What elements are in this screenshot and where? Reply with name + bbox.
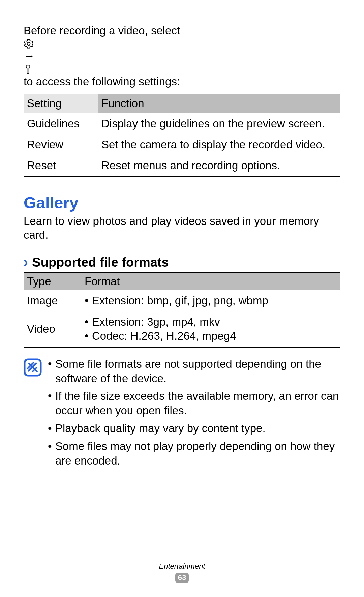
table-row: Image •Extension: bmp, gif, jpg, png, wb…: [24, 290, 340, 311]
page-footer: Entertainment 63: [0, 562, 364, 583]
formats-header-type: Type: [24, 273, 81, 290]
format-detail: •Extension: 3gp, mp4, mkv •Codec: H.263,…: [81, 311, 341, 347]
sub-title: Supported file formats: [32, 255, 169, 270]
section-title-gallery: Gallery: [24, 193, 340, 212]
page-number-badge: 63: [175, 573, 189, 583]
format-type: Image: [24, 290, 81, 311]
intro-text-before: Before recording a video, select: [24, 24, 180, 37]
bullet-icon: •: [48, 439, 55, 468]
setting-name: Reset: [24, 155, 98, 176]
note-text: Some files may not play properly dependi…: [55, 439, 340, 468]
format-line: Extension: 3gp, mp4, mkv: [92, 315, 220, 329]
sub-heading: › Supported file formats: [24, 255, 340, 270]
settings-header-function: Function: [98, 94, 341, 113]
settings-table: Setting Function Guidelines Display the …: [24, 94, 340, 177]
table-row: Review Set the camera to display the rec…: [24, 134, 340, 155]
format-line: Extension: bmp, gif, jpg, png, wbmp: [92, 294, 268, 308]
note-list: •Some file formats are not supported dep…: [48, 357, 340, 472]
intro-arrow: →: [24, 50, 35, 62]
intro-paragraph: Before recording a video, select → to ac…: [24, 24, 340, 90]
setting-name: Review: [24, 134, 98, 155]
list-item: •Some files may not play properly depend…: [48, 439, 340, 468]
note-icon: [24, 358, 42, 377]
setting-function: Display the guidelines on the preview sc…: [98, 113, 341, 134]
formats-header-format: Format: [81, 273, 341, 290]
gear-icon: [24, 39, 340, 49]
list-item: •Some file formats are not supported dep…: [48, 357, 340, 386]
format-line: Codec: H.263, H.264, mpeg4: [92, 329, 236, 343]
bullet-icon: •: [85, 294, 92, 308]
bullet-icon: •: [85, 329, 92, 343]
wrench-icon: [24, 64, 340, 74]
table-row: Video •Extension: 3gp, mp4, mkv •Codec: …: [24, 311, 340, 347]
table-row: Reset Reset menus and recording options.: [24, 155, 340, 176]
bullet-icon: •: [48, 389, 55, 418]
note-text: Some file formats are not supported depe…: [55, 357, 340, 386]
formats-table: Type Format Image •Extension: bmp, gif, …: [24, 272, 340, 348]
format-detail: •Extension: bmp, gif, jpg, png, wbmp: [81, 290, 341, 311]
settings-header-setting: Setting: [24, 94, 98, 113]
setting-function: Reset menus and recording options.: [98, 155, 341, 176]
note-text: Playback quality may vary by content typ…: [55, 421, 266, 436]
list-item: •If the file size exceeds the available …: [48, 389, 340, 418]
bullet-icon: •: [85, 315, 92, 329]
section-description: Learn to view photos and play videos sav…: [24, 214, 340, 242]
bullet-icon: •: [48, 357, 55, 386]
setting-function: Set the camera to display the recorded v…: [98, 134, 341, 155]
setting-name: Guidelines: [24, 113, 98, 134]
format-type: Video: [24, 311, 81, 347]
bullet-icon: •: [48, 421, 55, 436]
chevron-right-icon: ›: [24, 255, 28, 269]
note-block: •Some file formats are not supported dep…: [24, 357, 340, 472]
intro-text-after: to access the following settings:: [24, 75, 180, 88]
list-item: •Playback quality may vary by content ty…: [48, 421, 340, 436]
footer-section-label: Entertainment: [0, 562, 364, 571]
page-container: Before recording a video, select → to ac…: [0, 0, 364, 597]
note-text: If the file size exceeds the available m…: [55, 389, 340, 418]
table-row: Guidelines Display the guidelines on the…: [24, 113, 340, 134]
